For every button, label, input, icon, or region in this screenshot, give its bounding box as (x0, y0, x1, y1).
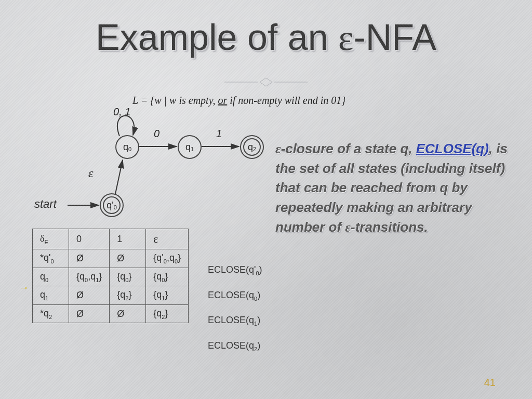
start-label: start (34, 197, 57, 211)
title-prefix: Example of an (96, 17, 338, 58)
page-number: 41 (484, 377, 496, 389)
epsilon-edge-label: ε (88, 166, 93, 180)
state-qprime0: q'0 (100, 193, 124, 217)
nfa-diagram: 0, 1 0 1 ε start q0 q1 q2 q'0 (31, 104, 291, 234)
annotation: ECLOSE(q'0) (208, 259, 262, 284)
annotation: ECLOSE(q0) (208, 284, 262, 310)
eclosure-definition: ε-closure of a state q, ECLOSE(q), is th… (275, 139, 516, 237)
edge-0-label: 0 (154, 128, 159, 140)
svg-line-6 (115, 160, 123, 194)
annotation: ECLOSE(q1) (208, 309, 262, 335)
state-q0: q0 (115, 135, 139, 159)
loop-label: 0, 1 (113, 106, 130, 118)
state-q2: q2 (240, 135, 264, 159)
title-epsilon: ε (338, 18, 353, 58)
eclose-annotations: ECLOSE(q'0) ECLOSE(q0) ECLOSE(q1) ECLOSE… (208, 259, 262, 360)
table-row: q1 Ø {q2} {q1} (33, 286, 189, 305)
transition-table: δE 0 1 ε *q'0 Ø Ø {q'0,q0} q0 {q0,q1} {q… (32, 229, 189, 323)
title-suffix: -NFA (353, 17, 436, 58)
eclose-term: ECLOSE(q) (416, 141, 489, 156)
table-row: *q'0 Ø Ø {q'0,q0} (33, 249, 189, 268)
svg-marker-2 (260, 78, 272, 86)
table-row: *q2 Ø Ø {q2} (33, 304, 189, 323)
table-row: q0 {q0,q1} {q0} {q0} (33, 268, 189, 286)
arrow-icon: → (19, 282, 29, 294)
table-header-row: δE 0 1 ε (33, 229, 189, 249)
slide-title: Example of an ε-NFA (0, 17, 532, 59)
title-ornament (0, 77, 532, 87)
state-q1: q1 (178, 135, 202, 159)
annotation: ECLOSE(q2) (208, 335, 262, 360)
edge-1-label: 1 (216, 128, 222, 140)
